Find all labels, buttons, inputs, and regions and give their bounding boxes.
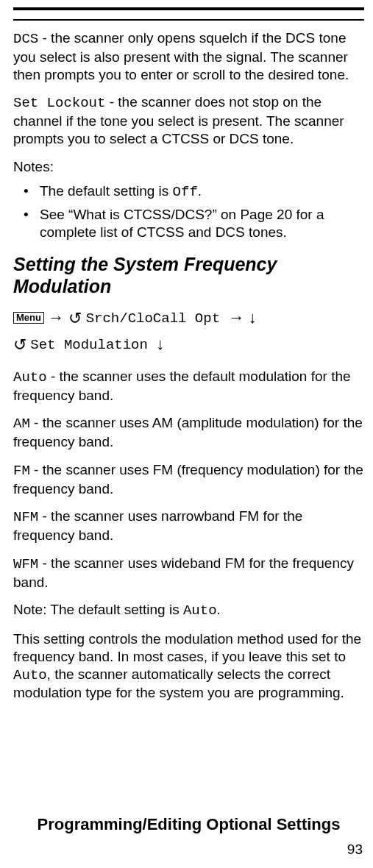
para-auto: Auto - the scanner uses the default modu… bbox=[13, 368, 364, 405]
note-default-a: Note: The default setting is bbox=[13, 602, 183, 617]
code-auto: Auto bbox=[13, 369, 47, 385]
arrow-right-icon: → bbox=[228, 308, 244, 327]
note1-a: The default setting is bbox=[40, 183, 173, 199]
arrow-down-icon: ↓ bbox=[249, 308, 257, 327]
para-fm: FM - the scanner uses FM (frequency modu… bbox=[13, 461, 364, 498]
code-wfm: WFM bbox=[13, 556, 38, 572]
para-final: This setting controls the modulation met… bbox=[13, 630, 364, 702]
section-heading: Setting the System Frequency Modulation bbox=[13, 253, 364, 297]
content: DCS - the scanner only opens squelch if … bbox=[13, 29, 364, 702]
para-dcs: DCS - the scanner only opens squelch if … bbox=[13, 29, 364, 83]
code-am: AM bbox=[13, 416, 30, 432]
arrow-right-icon: → bbox=[48, 308, 68, 327]
para-default-note: Note: The default setting is Auto. bbox=[13, 601, 364, 620]
arrow-down-icon: ↓ bbox=[156, 335, 164, 353]
page-number: 93 bbox=[347, 842, 363, 858]
para-wfm: WFM - the scanner uses wideband FM for t… bbox=[13, 555, 364, 591]
rule-thick bbox=[13, 7, 364, 10]
page-footer: Programming/Editing Optional Settings bbox=[13, 815, 364, 834]
para-nfm: NFM - the scanner uses narrowband FM for… bbox=[13, 508, 364, 544]
final-b: , the scanner automatically selects the … bbox=[13, 666, 344, 701]
rule-thin bbox=[13, 19, 364, 21]
notes-label: Notes: bbox=[13, 158, 364, 176]
nav-sequence: Menu → ↺ Srch/CloCall Opt → ↓ ↺ Set Modu… bbox=[13, 305, 364, 357]
note1-code: Off bbox=[173, 184, 198, 200]
page: DCS - the scanner only opens squelch if … bbox=[0, 0, 373, 868]
code-dcs: DCS bbox=[13, 31, 38, 47]
nav-opt-2: Set Modulation bbox=[30, 337, 156, 353]
final-a: This setting controls the modulation met… bbox=[13, 631, 361, 664]
text-fm: - the scanner uses FM (frequency modulat… bbox=[13, 462, 363, 497]
menu-key: Menu bbox=[13, 312, 44, 324]
nav-opt-1: Srch/CloCall Opt bbox=[86, 310, 229, 327]
list-item: The default setting is Off. bbox=[29, 182, 364, 202]
note1-b: . bbox=[198, 183, 202, 199]
code-nfm: NFM bbox=[13, 509, 38, 525]
code-fm: FM bbox=[13, 463, 30, 479]
notes-list: The default setting is Off. See “What is… bbox=[13, 182, 364, 241]
final-code: Auto bbox=[13, 667, 47, 683]
para-lockout: Set Lockout - the scanner does not stop … bbox=[13, 93, 364, 147]
rotate-icon: ↺ bbox=[13, 332, 26, 357]
text-wfm: - the scanner uses wideband FM for the f… bbox=[13, 555, 354, 590]
note2: See “What is CTCSS/DCS?” on Page 20 for … bbox=[40, 207, 324, 240]
text-am: - the scanner uses AM (amplitude modulat… bbox=[13, 415, 363, 449]
para-am: AM - the scanner uses AM (amplitude modu… bbox=[13, 414, 364, 451]
text-dcs: - the scanner only opens squelch if the … bbox=[13, 30, 349, 82]
rotate-icon: ↺ bbox=[68, 305, 82, 331]
text-nfm: - the scanner uses narrowband FM for the… bbox=[13, 508, 302, 543]
note-default-b: . bbox=[217, 602, 221, 617]
code-lockout: Set Lockout bbox=[13, 95, 105, 111]
list-item: See “What is CTCSS/DCS?” on Page 20 for … bbox=[29, 206, 364, 241]
note-default-code: Auto bbox=[183, 602, 217, 619]
text-auto: - the scanner uses the default modulatio… bbox=[13, 369, 351, 403]
